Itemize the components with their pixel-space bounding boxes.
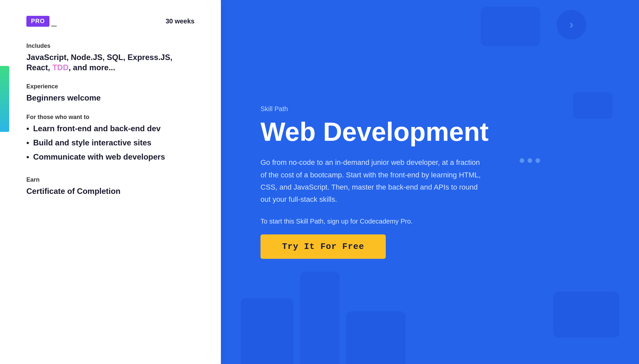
earn-value: Certificate of Completion [26, 186, 195, 196]
left-accent-bar [0, 66, 9, 132]
weeks-label: 30 weeks [166, 17, 195, 25]
experience-section: Experience Beginners welcome [26, 83, 195, 103]
for-those-label: For those who want to [26, 114, 195, 121]
for-those-section: For those who want to Learn front-end an… [26, 114, 195, 166]
pro-label-wrapper: PRO _ [26, 16, 57, 27]
includes-section: Includes JavaScript, Node.JS, SQL, Expre… [26, 43, 195, 73]
cta-text: To start this Skill Path, sign up for Co… [260, 218, 599, 225]
pro-header: PRO _ 30 weeks [26, 16, 195, 27]
pro-cursor: _ [51, 16, 57, 27]
list-item: Learn front-end and back-end dev [26, 123, 195, 134]
experience-value: Beginners welcome [26, 93, 195, 103]
list-item: Build and style interactive sites [26, 137, 195, 148]
bullet-2-text: Build and style interactive sites [33, 137, 151, 148]
earn-label: Earn [26, 176, 195, 183]
deco-bottom-2 [300, 272, 340, 364]
main-title: Web Development [260, 118, 599, 146]
skill-path-label: Skill Path [260, 105, 599, 113]
deco-shape-3 [553, 291, 619, 338]
tdd-highlight: TDD [52, 63, 69, 72]
deco-shape-1 [481, 7, 540, 46]
left-panel: PRO _ 30 weeks Includes JavaScript, Node… [0, 0, 221, 364]
bullet-1-text: Learn front-end and back-end dev [33, 123, 161, 134]
chevron-right-icon: › [569, 18, 573, 32]
dot-1 [520, 158, 524, 163]
chevron-circle: › [557, 10, 586, 40]
try-it-free-button[interactable]: Try It For Free [260, 234, 386, 259]
bullet-list: Learn front-end and back-end dev Build a… [26, 123, 195, 162]
deco-dots [520, 158, 540, 163]
includes-value: JavaScript, Node.JS, SQL, Express.JS, Re… [26, 52, 195, 73]
deco-bottom-3 [346, 311, 406, 364]
dot-2 [528, 158, 532, 163]
pro-badge: PRO [26, 16, 49, 27]
description: Go from no-code to an in-demand junior w… [260, 156, 485, 206]
dot-3 [535, 158, 540, 163]
earn-section: Earn Certificate of Completion [26, 176, 195, 196]
experience-label: Experience [26, 83, 195, 90]
bullet-3-text: Communicate with web developers [33, 152, 165, 162]
list-item: Communicate with web developers [26, 152, 195, 162]
includes-label: Includes [26, 43, 195, 49]
right-panel: › Skill Path Web Development Go from no-… [221, 0, 639, 364]
deco-bottom-1 [241, 298, 293, 364]
deco-shape-4 [573, 92, 613, 119]
